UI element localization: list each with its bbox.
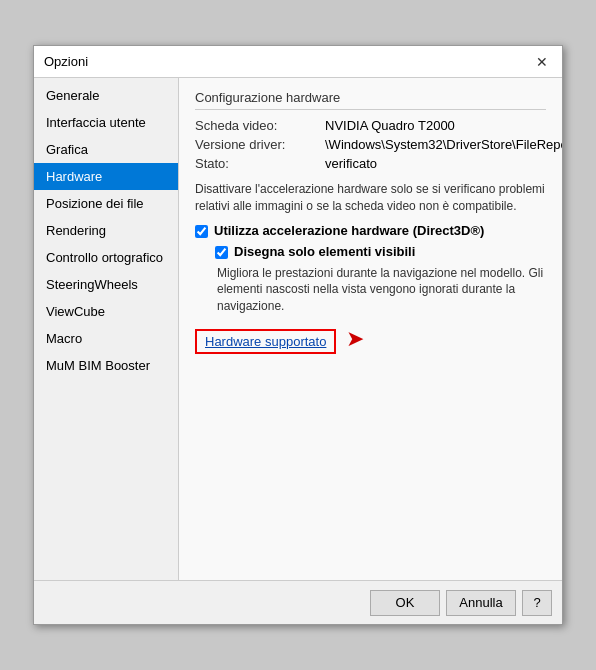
stato-row: Stato: verificato	[195, 156, 546, 171]
sidebar-item-macro[interactable]: Macro	[34, 325, 178, 352]
dialog-body: Generale Interfaccia utente Grafica Hard…	[34, 78, 562, 580]
scheda-row: Scheda video: NVIDIA Quadro T2000	[195, 118, 546, 133]
hardware-link[interactable]: Hardware supportato	[205, 334, 326, 349]
sidebar-item-steeringwheels[interactable]: SteeringWheels	[34, 271, 178, 298]
nested-checkbox-area: Disegna solo elementi visibili	[215, 244, 546, 259]
help-button[interactable]: ?	[522, 590, 552, 616]
stato-label: Stato:	[195, 156, 325, 171]
checkbox2-label: Disegna solo elementi visibili	[234, 244, 415, 259]
dialog-title: Opzioni	[44, 54, 88, 69]
main-description: Disattivare l'accelerazione hardware sol…	[195, 181, 546, 215]
ok-button[interactable]: OK	[370, 590, 440, 616]
draw-visible-checkbox[interactable]	[215, 246, 228, 259]
sidebar-item-ortografico[interactable]: Controllo ortografico	[34, 244, 178, 271]
content-area: Configurazione hardware Scheda video: NV…	[179, 78, 562, 580]
section-title: Configurazione hardware	[195, 90, 546, 110]
driver-label: Versione driver:	[195, 137, 325, 152]
driver-row: Versione driver: \Windows\System32\Drive…	[195, 137, 546, 152]
sidebar-item-hardware[interactable]: Hardware	[34, 163, 178, 190]
sidebar: Generale Interfaccia utente Grafica Hard…	[34, 78, 179, 580]
dialog-footer: OK Annulla ?	[34, 580, 562, 624]
checkbox2-row: Disegna solo elementi visibili	[215, 244, 546, 259]
sidebar-item-rendering[interactable]: Rendering	[34, 217, 178, 244]
options-dialog: Opzioni ✕ Generale Interfaccia utente Gr…	[33, 45, 563, 625]
close-button[interactable]: ✕	[532, 52, 552, 72]
stato-value: verificato	[325, 156, 377, 171]
link-arrow-container: Hardware supportato ➤	[195, 325, 546, 354]
red-arrow-icon: ➤	[346, 328, 364, 350]
hardware-link-box: Hardware supportato	[195, 329, 336, 354]
sidebar-item-viewcube[interactable]: ViewCube	[34, 298, 178, 325]
sidebar-item-mum[interactable]: MuM BIM Booster	[34, 352, 178, 379]
sidebar-item-interfaccia[interactable]: Interfaccia utente	[34, 109, 178, 136]
sub-description: Migliora le prestazioni durante la navig…	[217, 265, 546, 315]
sidebar-item-grafica[interactable]: Grafica	[34, 136, 178, 163]
checkbox1-label: Utilizza accelerazione hardware (Direct3…	[214, 223, 484, 238]
hardware-acceleration-checkbox[interactable]	[195, 225, 208, 238]
checkbox1-row: Utilizza accelerazione hardware (Direct3…	[195, 223, 546, 238]
scheda-label: Scheda video:	[195, 118, 325, 133]
sidebar-item-posizione[interactable]: Posizione dei file	[34, 190, 178, 217]
title-bar: Opzioni ✕	[34, 46, 562, 78]
driver-value: \Windows\System32\DriverStore\FileReposi…	[325, 137, 562, 152]
cancel-button[interactable]: Annulla	[446, 590, 516, 616]
scheda-value: NVIDIA Quadro T2000	[325, 118, 455, 133]
sidebar-item-generale[interactable]: Generale	[34, 82, 178, 109]
